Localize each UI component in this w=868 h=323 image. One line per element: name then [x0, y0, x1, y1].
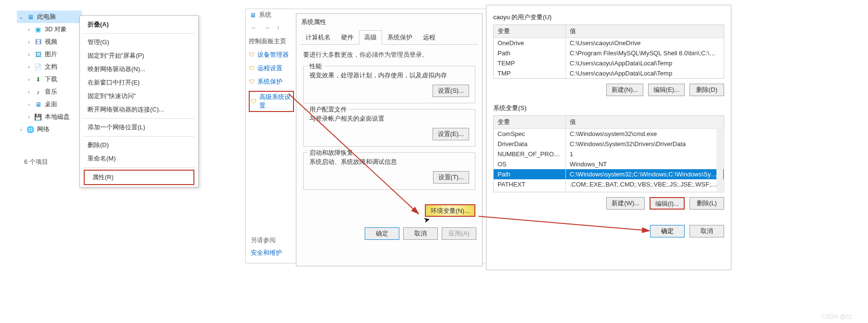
env-variables-dialog: caoyu 的用户变量(U) 变量值 OneDriveC:\Users\caoy… [486, 5, 731, 270]
var-row[interactable]: PATHEXT.COM;.EXE;.BAT;.CMD;.VBS;.VBE;.JS… [494, 179, 724, 189]
tab-1[interactable]: 硬件 [336, 30, 359, 45]
tab-2[interactable]: 高级 [359, 30, 382, 45]
user-edit-button[interactable]: 编辑(E)... [648, 84, 685, 96]
explorer-status: 6 个项目 [24, 158, 48, 166]
settings-button[interactable]: 设置(T)... [433, 171, 469, 184]
chevron-icon[interactable]: › [26, 64, 31, 70]
tree-label: 图片 [45, 50, 57, 59]
var-row[interactable]: OSWindows_NT [494, 159, 724, 169]
system-link[interactable]: 🛡系统保护 [249, 77, 294, 86]
group-desc: 与登录帐户相关的桌面设置 [309, 114, 469, 123]
tree-label: 本地磁盘 [45, 112, 70, 121]
chevron-icon[interactable]: › [26, 114, 31, 120]
chevron-icon[interactable]: › [26, 27, 31, 32]
tree-item-dl[interactable]: ›⬇下载 [17, 73, 82, 86]
menu-item[interactable]: 管理(G) [80, 36, 198, 49]
tab-3[interactable]: 系统保护 [382, 30, 418, 45]
tree-item-vid[interactable]: ›🎞视频 [17, 36, 82, 48]
system-link[interactable]: 🛡高级系统设置 [249, 91, 294, 112]
tree-item-disk[interactable]: ›💾本地磁盘 [17, 111, 82, 123]
chevron-icon[interactable]: › [26, 102, 31, 107]
chevron-icon[interactable]: › [26, 77, 31, 82]
chevron-icon[interactable]: ⌄ [19, 14, 24, 20]
sys-new-button[interactable]: 新建(W)... [606, 197, 645, 210]
var-row[interactable]: OneDriveC:\Users\caoyu\OneDrive [494, 38, 724, 48]
var-row[interactable]: DriverDataC:\Windows\System32\Drivers\Dr… [494, 139, 724, 149]
menu-item[interactable]: 折叠(A) [80, 18, 198, 31]
col-variable: 变量 [494, 25, 566, 37]
sysprop-cancel-button[interactable]: 取消 [403, 227, 438, 240]
var-row[interactable]: ComSpecC:\Windows\system32\cmd.exe [494, 129, 724, 139]
chevron-icon[interactable]: › [26, 52, 31, 57]
forward-icon[interactable]: → [264, 24, 270, 31]
vid-icon: 🎞 [34, 38, 42, 46]
user-delete-button[interactable]: 删除(D) [689, 84, 724, 96]
tree-item-net[interactable]: ›🌐网络 [17, 123, 82, 136]
tree-item-mus[interactable]: ›♪音乐 [17, 86, 82, 98]
tree-label: 下载 [45, 75, 57, 84]
menu-item[interactable]: 删除(D) [80, 138, 198, 152]
var-row[interactable]: TMPC:\Users\caoyu\AppData\Local\Temp [494, 68, 724, 78]
tree-item-desk[interactable]: ›🖥桌面 [17, 98, 82, 111]
system-link[interactable]: 🛡设备管理器 [249, 50, 294, 59]
tree-item-3d[interactable]: ›▣3D 对象 [17, 23, 82, 36]
menu-item[interactable]: 重命名(M) [80, 152, 198, 165]
system-sidebar: 控制面板主页 🛡设备管理器🛡远程设置🛡系统保护🛡高级系统设置 [246, 34, 294, 117]
see-also-header: 另请参阅 [251, 236, 282, 245]
security-maintenance-link[interactable]: 安全和维护 [251, 248, 282, 257]
desk-icon: 🖥 [34, 100, 42, 108]
col-value: 值 [566, 25, 724, 37]
col-value: 值 [566, 116, 724, 128]
sysprop-apply-button[interactable]: 应用(A) [442, 227, 476, 240]
menu-item[interactable]: 固定到"快速访问" [80, 89, 198, 103]
group-用户配置文件: 用户配置文件与登录帐户相关的桌面设置设置(E)... [303, 109, 475, 147]
tab-0[interactable]: 计算机名 [300, 30, 336, 45]
up-icon[interactable]: ↑ [277, 24, 280, 31]
environment-variables-button[interactable]: 环境变量(N)... [425, 204, 475, 217]
dl-icon: ⬇ [34, 75, 42, 83]
sys-delete-button[interactable]: 删除(L) [689, 197, 724, 210]
tree-item-doc[interactable]: ›📄文档 [17, 61, 82, 73]
scrollbar[interactable] [716, 125, 723, 191]
menu-item[interactable]: 添加一个网络位置(L) [80, 121, 198, 134]
settings-button[interactable]: 设置(E)... [433, 128, 469, 140]
col-variable: 变量 [494, 116, 566, 128]
sysprop-title: 系统属性 [296, 14, 482, 30]
var-row[interactable]: PathC:\Program Files\MySQL\MySQL Shell 8… [494, 48, 724, 58]
back-icon[interactable]: ← [251, 24, 257, 31]
shield-icon: 🛡 [249, 51, 255, 58]
system-link[interactable]: 🛡远程设置 [249, 64, 294, 73]
var-row[interactable]: PathC:\Windows\system32;C:\Windows;C:\Wi… [494, 169, 724, 179]
user-new-button[interactable]: 新建(N)... [606, 84, 643, 96]
3d-icon: ▣ [34, 25, 42, 33]
settings-button[interactable]: 设置(S)... [433, 85, 469, 97]
pc-icon: 🖥 [26, 13, 34, 21]
tree-item-pic[interactable]: ›🖼图片 [17, 48, 82, 61]
env-ok-button[interactable]: 确定 [650, 225, 685, 237]
pic-icon: 🖼 [34, 50, 42, 58]
sys-vars-grid[interactable]: 变量值 ComSpecC:\Windows\system32\cmd.exeDr… [493, 115, 724, 192]
var-row[interactable]: TEMPC:\Users\caoyu\AppData\Local\Temp [494, 58, 724, 68]
chevron-icon[interactable]: › [26, 39, 31, 45]
tab-4[interactable]: 远程 [418, 30, 441, 45]
var-row[interactable]: NUMBER_OF_PROCESSORS1 [494, 149, 724, 159]
menu-item[interactable]: 属性(R) [84, 170, 194, 185]
user-vars-grid[interactable]: 变量值 OneDriveC:\Users\caoyu\OneDrivePathC… [493, 25, 724, 79]
group-desc: 系统启动、系统故障和调试信息 [309, 158, 469, 166]
menu-item[interactable]: 映射网络驱动器(N)... [80, 62, 198, 76]
menu-item[interactable]: 固定到"开始"屏幕(P) [80, 49, 198, 62]
sysprop-ok-button[interactable]: 确定 [365, 227, 399, 240]
menu-item[interactable]: 在新窗口中打开(E) [80, 76, 198, 89]
var-row[interactable]: PROCESSOR_ARCHITECT...AMD64 [494, 189, 724, 192]
tree-label: 视频 [45, 37, 57, 46]
env-cancel-button[interactable]: 取消 [689, 225, 724, 237]
menu-item[interactable]: 断开网络驱动器的连接(C)... [80, 103, 198, 116]
user-vars-header: caoyu 的用户变量(U) [493, 13, 724, 22]
tree-item-pc[interactable]: ⌄🖥此电脑 [17, 11, 82, 23]
chevron-icon[interactable]: › [26, 89, 31, 95]
chevron-icon[interactable]: › [19, 127, 24, 132]
group-启动和故障恢复: 启动和故障恢复系统启动、系统故障和调试信息设置(T)... [303, 152, 475, 190]
tree-label: 文档 [45, 62, 57, 71]
doc-icon: 📄 [34, 63, 42, 71]
sys-edit-button[interactable]: 编辑(I)... [650, 197, 685, 210]
